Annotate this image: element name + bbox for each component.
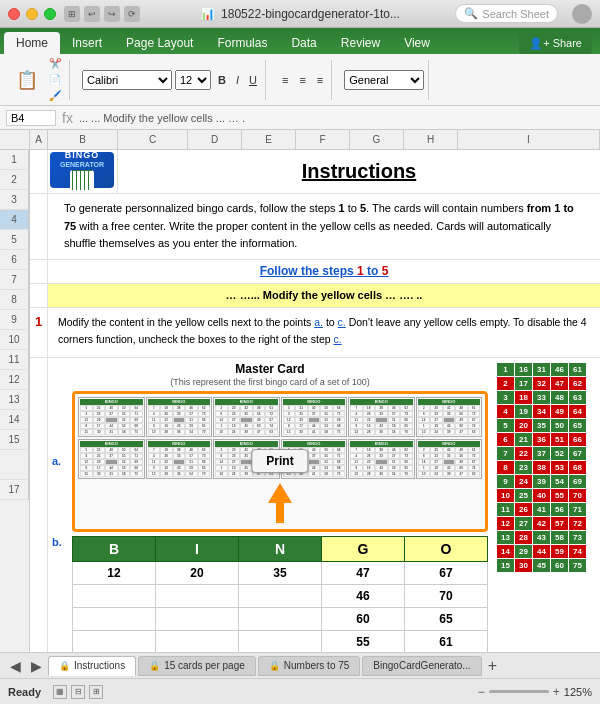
num-32: 32 [533, 376, 551, 390]
tab-review[interactable]: Review [329, 32, 392, 54]
page-break-icon[interactable]: ⊞ [89, 685, 103, 699]
row-num-16 [0, 450, 29, 480]
font-family-select[interactable]: Calibri [82, 70, 172, 90]
add-sheet-button[interactable]: + [488, 657, 497, 675]
num-28: 28 [515, 530, 533, 544]
col-c: C [118, 130, 188, 149]
num-45: 45 [533, 558, 551, 572]
print-button[interactable]: Print [251, 449, 308, 473]
num-35: 35 [533, 418, 551, 432]
card-b1: 12 [73, 561, 156, 584]
toolbar-icon-4[interactable]: ⟳ [124, 6, 140, 22]
num-41: 41 [533, 502, 551, 516]
tab-home[interactable]: Home [4, 32, 60, 54]
num-29: 29 [515, 544, 533, 558]
tab-15-cards[interactable]: 🔒 15 cards per page [138, 656, 256, 676]
num-42: 42 [533, 516, 551, 530]
align-left[interactable]: ≡ [278, 72, 292, 88]
number-format-select[interactable]: General [344, 70, 424, 90]
close-button[interactable] [8, 8, 20, 20]
num-38: 38 [533, 460, 551, 474]
bingo-logo: BINGO GENERATOR [50, 152, 114, 188]
sheet-tabs: ◀ ▶ 🔒 Instructions 🔒 15 cards per page 🔒… [0, 652, 600, 678]
tab-insert[interactable]: Insert [60, 32, 114, 54]
search-icon: 🔍 [464, 7, 478, 20]
normal-view-icon[interactable]: ▦ [53, 685, 67, 699]
align-right[interactable]: ≡ [313, 72, 327, 88]
toolbar-icon-3[interactable]: ↪ [104, 6, 120, 22]
font-size-select[interactable]: 12 [175, 70, 211, 90]
cut-button[interactable]: ✂️ [45, 56, 65, 71]
bold-button[interactable]: B [214, 72, 230, 88]
mini-card-4: BINGO 521405064 325375571 12295269 81744… [281, 397, 348, 437]
num-7: 7 [497, 446, 515, 460]
card-g1: 47 [322, 561, 405, 584]
step-b-label: b. [52, 536, 68, 548]
row-num-17: 17 [0, 480, 29, 500]
numbers-table: 1 16 31 46 61 2 17 32 47 62 [496, 362, 587, 573]
mini-card-5: BINGO 718384662 426335773 11225166 91643… [348, 397, 415, 437]
num-17: 17 [515, 376, 533, 390]
zoom-out-button[interactable]: − [478, 685, 485, 699]
align-center[interactable]: ≡ [295, 72, 309, 88]
tab-numbers[interactable]: 🔒 Numbers to 75 [258, 656, 361, 676]
tab-view[interactable]: View [392, 32, 442, 54]
window-title: 📊 180522-bingocardgenerator-1to... [200, 7, 400, 21]
row-num-5: 5 [0, 230, 29, 250]
arrow-shaft [276, 503, 284, 523]
user-avatar[interactable] [572, 4, 592, 24]
num-58: 58 [551, 530, 569, 544]
search-box[interactable]: 🔍 Search Sheet [455, 4, 558, 23]
row-1: BINGO GENERATOR Instructions [30, 150, 600, 194]
follow-steps-text: Follow the steps 1 to 5 [260, 264, 389, 278]
formula-separator: fx [62, 110, 73, 126]
card-n4 [239, 630, 322, 652]
zoom-in-button[interactable]: + [553, 685, 560, 699]
zoom-controls: − + 125% [478, 685, 592, 699]
num-75: 75 [569, 558, 587, 572]
layout-view-icon[interactable]: ⊟ [71, 685, 85, 699]
num-49: 49 [551, 404, 569, 418]
arrow-container [78, 483, 482, 526]
card-g3: 60 [322, 607, 405, 630]
bingo-header-n: N [239, 536, 322, 561]
toolbar-icon-1[interactable]: ⊞ [64, 6, 80, 22]
num-20: 20 [515, 418, 533, 432]
tab-bingo-gen[interactable]: BingoCardGenerato... [362, 656, 481, 676]
card-o2: 70 [405, 584, 488, 607]
row-num-8: 8 [0, 290, 29, 310]
num-23: 23 [515, 460, 533, 474]
share-button[interactable]: 👤+ Share [519, 33, 592, 54]
minimize-button[interactable] [26, 8, 38, 20]
card-row-3: 60 65 [73, 607, 488, 630]
num-43: 43 [533, 530, 551, 544]
tab-bingo-gen-label: BingoCardGenerato... [373, 660, 470, 671]
font-group: Calibri 12 B I U [78, 60, 266, 100]
maximize-button[interactable] [44, 8, 56, 20]
zoom-slider[interactable] [489, 690, 549, 693]
toolbar-icon-2[interactable]: ↩ [84, 6, 100, 22]
tab-data[interactable]: Data [279, 32, 328, 54]
format-painter[interactable]: 🖌️ [45, 88, 65, 103]
row-num-13: 13 [0, 390, 29, 410]
ribbon-tabs: Home Insert Page Layout Formulas Data Re… [0, 28, 600, 54]
tab-instructions[interactable]: 🔒 Instructions [48, 656, 136, 676]
col-h: H [404, 130, 458, 149]
title-cell: Instructions [118, 150, 600, 193]
master-card-title: Master Card [52, 362, 488, 376]
tab-next[interactable]: ▶ [27, 658, 46, 674]
italic-button[interactable]: I [232, 72, 243, 88]
tab-page-layout[interactable]: Page Layout [114, 32, 205, 54]
tab-prev[interactable]: ◀ [6, 658, 25, 674]
underline-button[interactable]: U [245, 72, 261, 88]
tab-formulas[interactable]: Formulas [205, 32, 279, 54]
card-o4: 61 [405, 630, 488, 652]
cell-reference[interactable] [6, 110, 56, 126]
row-3: Follow the steps 1 to 5 [30, 260, 600, 284]
num-46: 46 [551, 362, 569, 376]
master-card-sub: (This represent the first bingo card of … [52, 377, 488, 387]
card-b3 [73, 607, 156, 630]
paste-button[interactable]: 📋 [12, 67, 42, 93]
card-row-2: 46 70 [73, 584, 488, 607]
copy-button[interactable]: 📄 [45, 72, 65, 87]
